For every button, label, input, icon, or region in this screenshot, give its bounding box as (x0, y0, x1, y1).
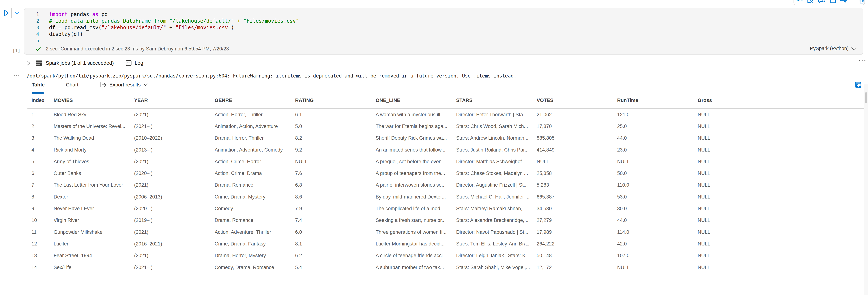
table-cell: 7 (31, 182, 54, 188)
table-cell: 110.0 (617, 182, 698, 188)
table-cell: Action, Adventure, Thriller (215, 229, 295, 235)
table-cell: Director: Navot Papushado | St... (456, 229, 537, 235)
table-row: 7The Last Letter from Your Lover(2021)Dr… (27, 179, 864, 191)
table-cell: 12 (31, 241, 54, 247)
table-cell: 30.0 (617, 206, 698, 211)
export-icon (100, 82, 107, 88)
table-cell: 12,172 (537, 265, 617, 270)
table-cell: Stars: Chase Stokes, Madelyn ... (456, 170, 537, 176)
table-row: 14Sex/Life(2021– )Comedy, Drama, Romance… (27, 262, 864, 273)
table-cell: 121.0 (617, 112, 698, 118)
table-cell: Masters of the Universe: Revel... (54, 124, 134, 129)
chevron-down-icon (144, 84, 148, 86)
table-settings-icon[interactable] (855, 81, 862, 89)
table-cell: 8 (31, 194, 54, 200)
table-cell: A circle of teenage friends acci... (376, 253, 456, 258)
clear-output-icon[interactable] (807, 0, 814, 4)
play-icon (4, 9, 9, 17)
table-cell: Blood Red Sky (54, 112, 134, 118)
table-cell: Action, Crime, Drama (215, 170, 295, 176)
line-number: 2 (24, 18, 39, 24)
table-cell: 264,222 (537, 241, 617, 247)
table-cell: (2021– ) (134, 124, 215, 129)
column-header: RATING (295, 98, 376, 103)
line-number: 5 (24, 37, 39, 44)
table-cell: 3 (31, 135, 54, 141)
expand-chevron-icon[interactable] (27, 60, 30, 66)
cell-status-row: 2 sec -Command executed in 2 sec 23 ms b… (24, 45, 863, 53)
table-cell: 8.6 (295, 194, 376, 200)
more-options-button[interactable] (859, 60, 865, 61)
scrollbar-thumb[interactable] (865, 92, 867, 103)
column-header: YEAR (134, 98, 215, 103)
table-cell: Lucifer (54, 241, 134, 247)
table-cell: Stars: Chris Wood, Sarah Mich... (456, 124, 537, 129)
table-cell: 25,858 (537, 170, 617, 176)
kernel-selector[interactable]: PySpark (Python) (810, 46, 857, 52)
table-cell: Director: Leigh Janiak | Stars: K... (456, 253, 537, 258)
delete-cell-icon[interactable] (858, 0, 865, 4)
column-header: GENRE (215, 98, 295, 103)
column-header: MOVIES (54, 98, 134, 103)
convert-to-markdown-icon[interactable]: M↓ (797, 0, 804, 4)
table-cell: 7.9 (295, 206, 376, 211)
log-button[interactable]: Log (125, 60, 143, 66)
table-row: 12Lucifer(2016–2021)Crime, Drama, Fantas… (27, 238, 864, 250)
table-cell: 9 (31, 206, 54, 211)
table-cell: The complicated life of a mod... (376, 206, 456, 211)
table-cell: Drama, Romance (215, 182, 295, 188)
table-cell: Crime, Drama, Mystery (215, 194, 295, 200)
table-cell: NULL (698, 147, 778, 153)
column-header: VOTES (537, 98, 617, 103)
tab-table[interactable]: Table (32, 82, 44, 88)
table-cell: 50,148 (537, 253, 617, 258)
table-row: 5Army of Thieves(2021)Action, Crime, Hor… (27, 156, 864, 167)
table-cell: NULL (295, 159, 376, 164)
code-line[interactable]: 5 (24, 37, 863, 44)
table-cell: Action, Horror, Thriller (215, 112, 295, 118)
output-gutter-ellipsis[interactable] (14, 75, 19, 76)
table-cell: (2016–2021) (134, 241, 215, 247)
table-cell: 8.2 (295, 135, 376, 141)
column-header: RunTime (617, 98, 698, 103)
table-cell: 8.1 (295, 241, 376, 247)
merge-cell-icon[interactable] (829, 0, 837, 4)
table-row: 11Gunpowder Milkshake(2021)Action, Adven… (27, 226, 864, 238)
code-line[interactable]: 3df = pd.read_csv("/lakehouse/default/" … (24, 24, 863, 31)
table-cell: 885,805 (537, 135, 617, 141)
run-options-button[interactable] (14, 11, 20, 15)
tab-chart[interactable]: Chart (66, 82, 78, 88)
table-cell: Fear Street: 1994 (54, 253, 134, 258)
vertical-scrollbar[interactable] (864, 85, 868, 295)
code-line[interactable]: 4display(df) (24, 31, 863, 37)
run-cell-button[interactable] (4, 9, 9, 17)
chevron-down-icon (14, 11, 20, 15)
table-cell: 50.0 (617, 170, 698, 176)
code-editor[interactable]: 1import pandas as pd2# Load data into pa… (24, 8, 863, 44)
table-cell: (2021) (134, 159, 215, 164)
split-cell-icon[interactable] (840, 0, 847, 4)
table-cell: 114.0 (617, 229, 698, 235)
add-comment-icon[interactable] (818, 0, 825, 4)
table-cell: Three generations of women fi... (376, 229, 456, 235)
code-line[interactable]: 2# Load data into pandas DataFrame from … (24, 18, 863, 24)
export-results-button[interactable]: Export results (100, 82, 148, 88)
table-cell: (2019– ) (134, 218, 215, 223)
table-cell: Lucifer Morningstar has decid... (376, 241, 456, 247)
table-cell: Director: Peter Thorwarth | Sta... (456, 112, 537, 118)
execution-status: 2 sec -Command executed in 2 sec 23 ms b… (46, 46, 229, 52)
spark-jobs-label[interactable]: Spark jobs (1 of 1 succeeded) (46, 60, 114, 66)
table-body: 1Blood Red Sky(2021)Action, Horror, Thri… (27, 109, 864, 273)
table-cell: 5.4 (295, 265, 376, 270)
table-cell: 17,870 (537, 124, 617, 129)
table-cell: NULL (698, 159, 778, 164)
table-cell: 1 (31, 112, 54, 118)
table-row: 9Never Have I Ever(2020– )Comedy7.9The c… (27, 203, 864, 215)
run-divider (11, 8, 12, 18)
code-line[interactable]: 1import pandas as pd (24, 11, 863, 18)
table-cell: Crime, Drama, Fantasy (215, 241, 295, 247)
run-controls (4, 8, 20, 18)
success-check-icon (35, 46, 41, 52)
table-cell: Drama, Romance (215, 218, 295, 223)
table-cell: 23.0 (617, 147, 698, 153)
